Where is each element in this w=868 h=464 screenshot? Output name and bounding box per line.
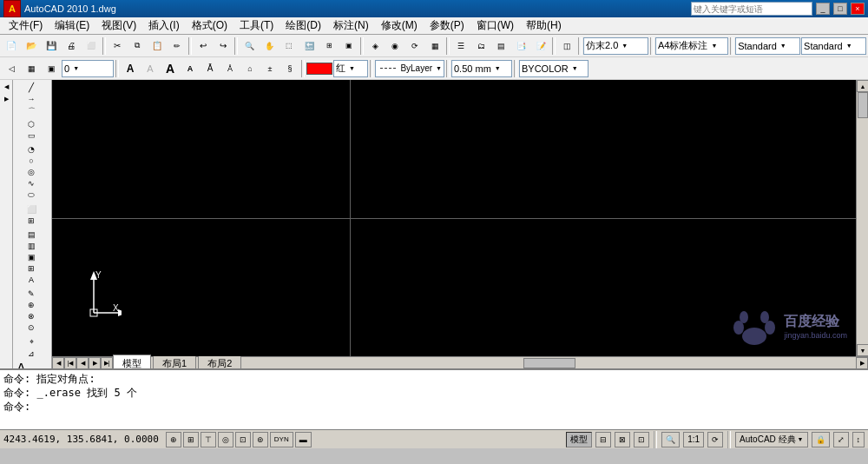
gradient-tool[interactable]: ▥ (15, 241, 48, 251)
ellipse-tool[interactable]: ⬭ (15, 189, 48, 201)
matchprop-button[interactable]: ✏ (168, 36, 187, 56)
vscroll-up[interactable]: ▲ (857, 80, 868, 92)
text-underline[interactable]: Ā (201, 59, 220, 78)
mtext-tool[interactable]: A (15, 275, 48, 285)
lineweight-dropdown[interactable]: 0.50 mm (451, 60, 512, 77)
viewport-scale[interactable]: 🔍 (661, 432, 680, 447)
workspace-selector[interactable]: AutoCAD 经典 ▼ (735, 432, 807, 447)
polyline-tool[interactable]: ⌒ (15, 105, 48, 118)
linetype-dropdown[interactable]: ByLayer (375, 60, 444, 77)
maximize-button[interactable]: □ (833, 3, 847, 15)
toolpalette-button[interactable]: ▤ (491, 36, 510, 56)
search-input[interactable] (691, 2, 812, 16)
far-left-btn-2[interactable]: ▶ (1, 94, 11, 104)
donut-tool[interactable]: ◎ (15, 167, 48, 177)
menu-file[interactable]: 文件(F) (3, 17, 48, 34)
lw-btn[interactable]: ▬ (295, 432, 312, 447)
text-small[interactable]: A (181, 59, 200, 78)
tab-nav-last[interactable]: ▶| (101, 357, 113, 369)
color-swatch[interactable] (306, 63, 332, 75)
font-dropdown[interactable]: 仿末2.0 (583, 37, 648, 55)
undo-button[interactable]: ↩ (194, 36, 213, 56)
polygon-tool[interactable]: ⬡ (15, 119, 48, 129)
menu-insert[interactable]: 插入(I) (143, 17, 184, 34)
layer-manager-button[interactable]: ▦ (22, 59, 41, 78)
insert-block[interactable]: ⬜ (15, 204, 48, 215)
annotate-2[interactable]: ⊿ (15, 348, 48, 359)
region-tool[interactable]: ▣ (15, 252, 48, 262)
style1-dropdown[interactable]: Standard (735, 37, 800, 55)
hscroll-thumb[interactable] (523, 358, 575, 368)
text-format1[interactable]: Å (220, 59, 240, 78)
zoom-prev[interactable]: 🔙 (299, 36, 319, 56)
3d-orbit[interactable]: ⟳ (405, 36, 424, 56)
clean-screen[interactable]: ↕ (852, 432, 865, 447)
dyn-btn[interactable]: DYN (270, 432, 293, 447)
arc-tool[interactable]: ◔ (15, 144, 48, 155)
field-insert[interactable]: § (280, 59, 299, 78)
menu-window[interactable]: 窗口(W) (471, 17, 519, 34)
zoom-named[interactable]: ▣ (339, 36, 358, 56)
paste-button[interactable]: 📋 (148, 36, 167, 56)
plotstyle-dropdown[interactable]: BYCOLOR (519, 60, 589, 77)
far-left-btn-1[interactable]: ◀ (1, 82, 11, 92)
menu-dimension[interactable]: 标注(N) (328, 17, 374, 34)
open-button[interactable]: 📂 (22, 36, 41, 56)
minimize-button[interactable]: _ (816, 3, 830, 15)
layer-state-button[interactable]: ▣ (42, 59, 61, 78)
plot-preview-button[interactable]: ⬜ (82, 36, 101, 56)
ortho-btn[interactable]: ⊤ (201, 432, 216, 447)
vscroll-track[interactable] (857, 92, 868, 344)
cut-button[interactable]: ✂ (108, 36, 127, 56)
text-big[interactable]: A (161, 59, 180, 78)
new-button[interactable]: 📄 (2, 36, 21, 56)
layer-prev-button[interactable]: ◁ (2, 59, 21, 78)
symbol-insert[interactable]: ± (260, 59, 279, 78)
modify-3[interactable]: ⊗ (15, 311, 48, 321)
copy-button[interactable]: ⧉ (128, 36, 147, 56)
osnap-btn[interactable]: ⊡ (235, 432, 251, 447)
rect-tool[interactable]: ▭ (15, 130, 48, 141)
menu-draw[interactable]: 绘图(D) (280, 17, 326, 34)
text-style[interactable]: A (141, 59, 160, 78)
paper-size-dropdown[interactable]: A4标准标注 (655, 37, 728, 55)
annotate-1[interactable]: ⌖ (15, 336, 48, 348)
menu-format[interactable]: 格式(O) (187, 17, 233, 34)
zoom-realtime[interactable]: 🔍 (240, 36, 259, 56)
make-block[interactable]: ⊞ (15, 215, 48, 226)
menu-view[interactable]: 视图(V) (96, 17, 141, 34)
zoom-window[interactable]: ⬚ (279, 36, 299, 56)
circle-tool[interactable]: ○ (15, 156, 48, 166)
full-screen[interactable]: ⤢ (833, 432, 849, 447)
tab-nav-first[interactable]: |◀ (64, 357, 76, 369)
toolbar-lock[interactable]: 🔒 (812, 432, 830, 447)
menu-tools[interactable]: 工具(T) (234, 17, 279, 34)
color-dropdown[interactable]: 红 (333, 60, 368, 77)
save-button[interactable]: 💾 (42, 36, 61, 56)
pan-realtime[interactable]: ✋ (260, 36, 279, 56)
modify-2[interactable]: ⊕ (15, 300, 48, 310)
view-btn-1[interactable]: ⊟ (595, 432, 611, 447)
vscroll-down[interactable]: ▼ (857, 344, 868, 356)
table-tool[interactable]: ⊞ (15, 263, 48, 274)
polar-btn[interactable]: ◎ (218, 432, 233, 447)
view-btn-3[interactable]: ⊡ (634, 432, 649, 447)
vertical-scrollbar[interactable]: ▲ ▼ (856, 80, 868, 356)
hatch-tool[interactable]: ▤ (15, 229, 48, 240)
tab-nav-prev[interactable]: ◀ (76, 357, 89, 369)
plot-button[interactable]: 🖨 (62, 36, 81, 56)
adcenter-button[interactable]: 🗂 (471, 36, 490, 56)
text-bold[interactable]: A (121, 59, 140, 78)
modify-1[interactable]: ✎ (15, 288, 48, 299)
text-format2[interactable]: ⌂ (240, 59, 260, 78)
markup-button[interactable]: 📝 (531, 36, 550, 56)
render-button[interactable]: ◉ (385, 36, 404, 56)
redo-button[interactable]: ↪ (214, 36, 233, 56)
otrack-btn[interactable]: ⊚ (253, 432, 268, 447)
properties-button[interactable]: ☰ (451, 36, 470, 56)
modify-4[interactable]: ⊙ (15, 322, 48, 333)
hscroll-track[interactable] (243, 357, 856, 369)
close-button[interactable]: × (851, 3, 865, 15)
layer-dropdown[interactable]: 0 (62, 60, 114, 77)
hscroll-left[interactable]: ◀ (52, 357, 64, 369)
